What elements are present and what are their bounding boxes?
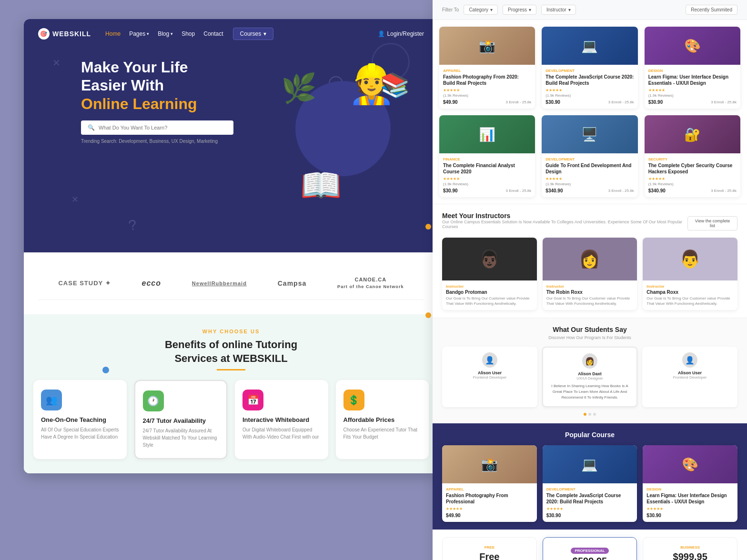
filter-instructor-select[interactable]: Instructor ▾	[541, 5, 576, 15]
course-price-3: $30.90	[443, 188, 458, 193]
why-header: WHY CHOOSE US Benefits of online Tutorin…	[33, 329, 429, 370]
course-card-1[interactable]: 💻 Development The Complete JavaScript Co…	[542, 27, 637, 109]
partner-logos: CASE STUDY ✦ ecco NewellRubbermaid Camps…	[38, 267, 424, 300]
instructor-card-2[interactable]: 👨 Instructor Champa Roxx Our Goal Is To …	[643, 238, 737, 310]
popular-cat-2: Design	[646, 487, 734, 491]
popular-thumb-2: 🎨	[643, 445, 737, 483]
course-stars-0: ★★★★★	[443, 88, 531, 92]
instructor-name-1: The Robin Roxx	[546, 290, 634, 295]
course-card-2[interactable]: 🎨 Design Learn Figma: User Interface Des…	[645, 27, 740, 109]
benefit-title-3: Affordable Prices	[343, 416, 422, 423]
instructor-desc-1: Our Goal Is To Bring Our Customer value …	[546, 296, 634, 306]
view-all-instructors-button[interactable]: View the complete list	[687, 216, 737, 230]
pricing-amount-0: Free	[450, 551, 529, 560]
testimonial-role-0: Frontend Developer	[448, 375, 532, 380]
testimonials-grid: 👤 Alison User Frontend Developer 👩 Aliso…	[442, 347, 737, 407]
course-name-1: The Complete JavaScript Course 2020: Bui…	[545, 74, 634, 86]
testimonial-role-2: Frontend Developer	[648, 375, 732, 380]
instructor-info-2: Instructor Champa Roxx Our Goal Is To Br…	[643, 280, 737, 310]
instructor-info-0: Instructor Bandgo Protoman Our Goal Is T…	[442, 280, 537, 310]
course-category-4: Development	[545, 157, 634, 161]
course-stars-3: ★★★★★	[443, 177, 531, 181]
popular-cat-0: Apparel	[446, 487, 533, 491]
main-panel: 🎯 WEBSKILL Home Pages ▾ Blog ▾ Shop Cont…	[24, 19, 438, 473]
course-card-4[interactable]: 🖥️ Development Guide To Front End Develo…	[542, 115, 637, 197]
popular-name-2: Learn Figma: User Interface Design Essen…	[646, 492, 734, 505]
popular-meta-1: $30.90	[546, 513, 634, 518]
course-meta-3: $30.90 3 Enroll - 25.8k	[443, 188, 531, 193]
testimonial-role-1: UX/UI Designer	[549, 376, 631, 380]
filter-category-arrow: ▾	[490, 7, 493, 12]
popular-card-1[interactable]: 💻 Development The Complete JavaScript Co…	[543, 445, 637, 522]
trending-text: Trending Search: Development, Business, …	[81, 139, 424, 144]
search-bar[interactable]: 🔍	[81, 120, 233, 135]
course-enroll-3: 3 Enroll - 25.8k	[506, 189, 532, 193]
testimonial-avatar-1: 👩	[582, 353, 597, 369]
testimonials-title: What Our Students Say	[442, 326, 737, 333]
course-ratings-3: (1.9k Reviews)	[443, 182, 531, 186]
filter-by-label: Filter To	[442, 7, 459, 12]
pricing-amount-2: $999.95	[651, 551, 729, 560]
nav-blog-arrow: ▾	[171, 31, 173, 36]
deco-question: ?	[127, 217, 138, 234]
course-price-0: $49.90	[443, 100, 458, 105]
nav-pages-arrow: ▾	[147, 31, 149, 36]
dot-2[interactable]	[588, 413, 591, 416]
course-meta-5: $340.90 3 Enroll - 25.8k	[648, 188, 737, 193]
benefit-icon-2: 📅	[242, 390, 263, 410]
benefits-grid: 👥 One-On-One Teaching All Of Our Special…	[33, 380, 429, 459]
hero-content: Make Your Life Easier With Online Learni…	[24, 49, 438, 158]
course-category-2: Design	[648, 69, 737, 73]
course-card-3[interactable]: 📊 Finance The Complete Financial Analyst…	[439, 115, 535, 197]
popular-info-0: Apparel Fashion Photography From Profess…	[442, 483, 537, 522]
filter-sort-select[interactable]: Recently Summited	[686, 5, 737, 15]
nav-shop[interactable]: Shop	[182, 30, 195, 37]
nav-login[interactable]: 👤 Login/Register	[378, 30, 424, 37]
popular-card-2[interactable]: 🎨 Design Learn Figma: User Interface Des…	[643, 445, 737, 522]
partner-ecco: ecco	[141, 279, 161, 288]
filter-category-select[interactable]: Category ▾	[464, 5, 498, 15]
popular-cat-1: Development	[546, 487, 634, 491]
hero-title: Make Your Life Easier With Online Learni…	[81, 58, 424, 113]
course-ratings-0: (1.9k Reviews)	[443, 93, 531, 98]
benefit-card-1: 🕐 24/7 Tutor Availability 24/7 Tutor Ava…	[134, 380, 228, 459]
popular-stars-0: ★★★★★	[446, 507, 533, 511]
nav-home[interactable]: Home	[105, 30, 121, 37]
benefit-card-0: 👥 One-On-One Teaching All Of Our Special…	[33, 380, 127, 459]
nav-blog[interactable]: Blog ▾	[158, 30, 173, 37]
pricing-card-1: Professional $599.95 CoursesLive Chat30 …	[543, 537, 637, 560]
instructors-title: Meet Your Instructors	[442, 212, 687, 220]
dot-1[interactable]	[584, 413, 586, 416]
popular-grid: 📸 Apparel Fashion Photography From Profe…	[442, 445, 737, 522]
filter-progress-select[interactable]: Progress ▾	[503, 5, 536, 15]
instructor-tag-0: Instructor	[446, 284, 533, 289]
pricing-amount-1: $599.95	[551, 556, 629, 560]
testimonial-name-1: Alison Daxt	[549, 371, 631, 376]
course-thumb-5: 🔐	[645, 115, 740, 153]
course-ratings-4: (1.9k Reviews)	[545, 182, 634, 186]
popular-name-1: The Complete JavaScript Course 2020: Bui…	[546, 492, 634, 505]
course-info-2: Design Learn Figma: User Interface Desig…	[645, 65, 740, 109]
popular-thumb-1: 💻	[543, 445, 637, 483]
pricing-grid: Free Free CoursesLive Chat10 Lessons mon…	[442, 537, 737, 560]
course-card-0[interactable]: 📸 Apparel Fashion Photography From 2020:…	[439, 27, 535, 109]
dot-3[interactable]	[593, 413, 596, 416]
course-thumb-2: 🎨	[645, 27, 740, 65]
testimonial-name-2: Alison User	[648, 370, 732, 375]
course-enroll-5: 3 Enroll - 25.8k	[711, 189, 737, 193]
nav-courses-button[interactable]: Courses ▾	[233, 28, 274, 40]
nav-contact[interactable]: Contact	[203, 30, 223, 37]
course-thumb-3: 📊	[439, 115, 535, 153]
instructor-name-2: Champa Roxx	[646, 290, 734, 295]
search-input[interactable]	[99, 125, 227, 130]
testimonials-section: What Our Students Say Discover How Our P…	[433, 318, 747, 423]
nav-pages[interactable]: Pages ▾	[129, 30, 149, 37]
instructor-card-0[interactable]: 👨🏿 Instructor Bandgo Protoman Our Goal I…	[442, 238, 537, 310]
pricing-type-1: Professional	[571, 548, 608, 554]
popular-course-section: Popular Course 📸 Apparel Fashion Photogr…	[433, 423, 747, 530]
popular-card-0[interactable]: 📸 Apparel Fashion Photography From Profe…	[442, 445, 537, 522]
instructor-card-1[interactable]: 👩 Instructor The Robin Roxx Our Goal Is …	[543, 238, 637, 310]
testimonial-dots	[442, 413, 737, 416]
course-card-5[interactable]: 🔐 Security The Complete Cyber Security C…	[645, 115, 740, 197]
testimonial-card-1: 👩 Alison Daxt UX/UI Designer I Believe I…	[542, 347, 637, 407]
